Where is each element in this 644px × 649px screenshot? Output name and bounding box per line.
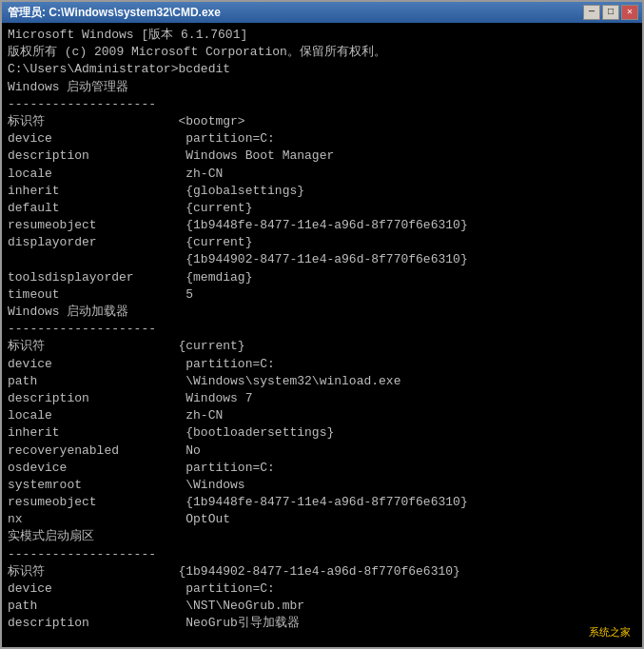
console-line: inherit {globalsettings} (8, 183, 636, 200)
console-line: C:\Users\Administrator>bcdedit (8, 61, 636, 78)
console-line: {1b944902-8477-11e4-a96d-8f770f6e6310} (8, 251, 636, 268)
console-line: inherit {bootloadersettings} (8, 424, 636, 442)
console-line: resumeobject {1b9448fe-8477-11e4-a96d-8f… (8, 494, 636, 511)
console-line: Microsoft Windows [版本 6.1.7601] (8, 27, 636, 44)
title-bar-text: 管理员: C:\Windows\system32\CMD.exe (8, 5, 221, 21)
console-line: toolsdisplayorder {memdiag} (8, 269, 636, 286)
title-bar-controls: ─ □ ✕ (583, 5, 638, 20)
title-bar: 管理员: C:\Windows\system32\CMD.exe ─ □ ✕ (2, 2, 642, 23)
console-line: 版权所有 (c) 2009 Microsoft Corporation。保留所有… (8, 44, 636, 61)
console-line: device partition=C: (8, 580, 636, 598)
console-line: description NeoGrub引导加载器 (8, 615, 636, 632)
console-line: locale zh-CN (8, 407, 636, 424)
maximize-button[interactable]: □ (602, 5, 619, 20)
console-line: osdevice partition=C: (8, 460, 636, 477)
console-line: device partition=C: (8, 130, 636, 148)
console-line: Windows 启动管理器 (8, 79, 636, 96)
console-line: 标识符 {current} (8, 338, 636, 355)
console-line: -------------------- (8, 96, 636, 113)
console-line: 标识符 {1b944902-8477-11e4-a96d-8f770f6e631… (8, 563, 636, 580)
console-line: path \NST\NeoGrub.mbr (8, 598, 636, 615)
console-line: locale zh-CN (8, 166, 636, 183)
console-line: displayorder {current} (8, 234, 636, 251)
minimize-button[interactable]: ─ (583, 5, 600, 20)
cmd-window: 管理员: C:\Windows\system32\CMD.exe ─ □ ✕ M… (0, 0, 644, 649)
close-button[interactable]: ✕ (621, 5, 638, 20)
console-line: nx OptOut (8, 511, 636, 528)
console-line: description Windows 7 (8, 390, 636, 407)
console-line: -------------------- (8, 321, 636, 338)
console-line: 实模式启动扇区 (8, 528, 636, 545)
console-line: 标识符 <bootmgr> (8, 113, 636, 130)
console-line: device partition=C: (8, 356, 636, 373)
console-line: -------------------- (8, 546, 636, 563)
console-line: Windows 启动加载器 (8, 304, 636, 321)
console-line: timeout 5 (8, 286, 636, 304)
console-line: path \Windows\system32\winload.exe (8, 373, 636, 390)
console-line: resumeobject {1b9448fe-8477-11e4-a96d-8f… (8, 217, 636, 234)
console-line: recoveryenabled No (8, 442, 636, 460)
console-output: Microsoft Windows [版本 6.1.7601]版权所有 (c) … (2, 23, 642, 647)
console-line: description Windows Boot Manager (8, 148, 636, 165)
console-line: default {current} (8, 200, 636, 217)
console-line: systemroot \Windows (8, 477, 636, 494)
